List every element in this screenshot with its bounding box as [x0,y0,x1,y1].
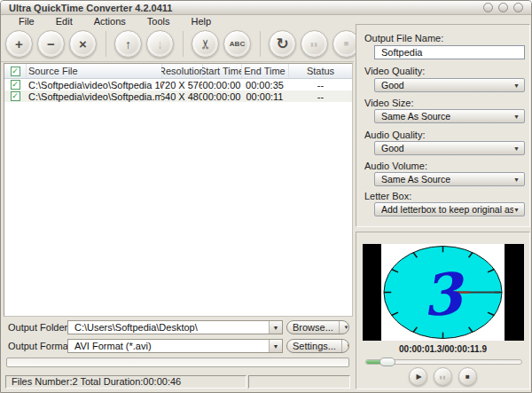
file-list-header: ✓ Source File Resolution Start Time End … [4,64,352,79]
toolbar-add-files-button[interactable]: + [5,30,33,58]
toolbar: +−×↑↓✂ABC↻▮▮■ [1,27,354,62]
minimize-button[interactable] [483,3,493,12]
dropdown-arrow-icon[interactable]: ▼ [340,325,349,330]
settings-button[interactable]: Settings... [287,341,341,351]
menu-edit[interactable]: Edit [56,16,73,27]
video-quality-value: Good [381,80,404,90]
toolbar-clear-list-button[interactable]: × [69,30,97,58]
dropdown-arrow-icon[interactable]: ▼ [342,343,349,349]
output-format-combo[interactable]: AVI Format (*.avi) ▼ [67,339,283,353]
dropdown-arrow-icon[interactable]: ▼ [269,321,282,334]
toolbar-move-down-button[interactable]: ↓ [146,30,174,58]
app-window: Ultra QuickTime Converter 4.2.0411 FileE… [0,0,532,393]
audio-volume-value: Same As Source [381,174,450,185]
toolbar-separator [106,31,106,57]
video-quality-label: Video Quality: [364,66,425,76]
file-rows: ✓C:\Softpedia\video\Softpedia 10.mov720 … [4,79,352,102]
menu-actions[interactable]: Actions [94,16,126,27]
title-bar: Ultra QuickTime Converter 4.2.0411 [1,1,531,15]
toolbar-remove-file-button[interactable]: − [37,30,65,58]
checkbox-check-icon: ✓ [11,91,20,101]
audio-quality-dropdown[interactable]: Good ▼ [374,141,525,155]
cell-end: 00:00:35 [241,79,288,90]
cell-status: -- [288,90,353,102]
cell-status: -- [288,79,353,90]
toolbar-pause-button[interactable]: ▮▮ [301,30,328,58]
toolbar-separator [260,31,261,57]
browse-split-button: Browse... ▼ [286,320,349,334]
close-icon: × [79,37,87,51]
status-bar-secondary [248,375,350,389]
dropdown-arrow-icon: ▼ [513,83,524,89]
cell-res: 720 X 576 [161,79,202,90]
output-folder-combo[interactable]: C:\Users\Softpedia\Desktop\ ▼ [67,320,283,334]
window-title: Ultra QuickTime Converter 4.2.0411 [1,3,172,13]
maximize-button[interactable] [498,3,508,12]
minus-icon: − [47,37,55,51]
abc-icon: ABC [230,41,245,48]
audio-volume-dropdown[interactable]: Same As Source ▼ [374,172,525,186]
row-checkbox[interactable]: ✓ [4,79,26,90]
column-header-resolution[interactable]: Resolution [161,64,203,78]
conversion-progress-bar [6,358,349,367]
output-format-value: AVI Format (*.avi) [68,341,269,351]
cell-src: C:\Softpedia\video\Softpedia 10.mov [28,79,161,90]
select-all-checkbox[interactable]: ✓ [4,64,27,78]
seek-thumb[interactable] [379,358,395,366]
menu-file[interactable]: File [19,16,35,27]
toolbar-move-up-button[interactable]: ↑ [114,30,142,58]
output-file-name-label: Output File Name: [364,33,443,43]
output-file-name-input[interactable] [374,45,525,59]
column-header-source-file[interactable]: Source File [28,64,162,78]
cell-res: 640 X 480 [161,90,202,102]
table-row[interactable]: ✓C:\Softpedia\video\Softpedia 10.mov720 … [4,79,352,90]
cell-src: C:\Softpedia\video\Softpedia.mov [28,90,161,102]
dropdown-arrow-icon: ▼ [513,207,524,213]
letter-box-dropdown[interactable]: Add letterbox to keep original aspect ▼ [374,202,525,216]
output-format-label: Output Format: [8,339,74,353]
close-button[interactable] [513,3,523,12]
toolbar-rename-button[interactable]: ABC [223,30,251,58]
play-button[interactable]: ▶ [409,367,427,386]
dropdown-arrow-icon[interactable]: ▼ [269,340,282,352]
preview-panel: 3 00:00:01.3/00:00:11.9 ▶ ▮▮ ■ [356,232,530,389]
menu-help[interactable]: Help [191,16,211,27]
scissors-icon: ✂ [199,38,212,50]
browse-button[interactable]: Browse... [287,322,339,333]
output-folder-value: C:\Users\Softpedia\Desktop\ [68,322,269,333]
settings-panel: Output File Name: Video Quality: Good ▼ … [356,24,530,227]
status-bar-files: Files Number:2 Total Duration:00:00:46 [5,375,246,389]
refresh-icon: ↻ [276,36,288,51]
audio-quality-label: Audio Quality: [364,130,425,140]
menu-tools[interactable]: Tools [147,16,170,27]
preview-pause-button[interactable]: ▮▮ [434,367,452,386]
audio-volume-label: Audio Volume: [364,161,427,171]
row-checkbox[interactable]: ✓ [4,90,26,102]
cell-start: 00:00:00 [202,79,241,90]
window-controls [483,3,531,12]
seek-bar[interactable] [365,359,522,365]
toolbar-convert-button[interactable]: ↻ [269,30,296,58]
video-quality-dropdown[interactable]: Good ▼ [374,78,525,92]
preview-stop-button[interactable]: ■ [458,367,477,386]
pause-icon: ▮▮ [310,42,318,47]
stop-icon: ■ [466,373,470,381]
audio-quality-value: Good [381,143,404,153]
up-arrow-icon: ↑ [125,38,131,51]
video-size-value: Same As Source [381,111,450,122]
video-size-label: Video Size: [364,98,413,108]
pause-icon: ▮▮ [440,374,447,380]
down-arrow-icon: ↓ [157,38,163,51]
dropdown-arrow-icon: ▼ [513,177,524,183]
playback-time: 00:00:01.3/00:00:11.9 [356,344,529,354]
table-row[interactable]: ✓C:\Softpedia\video\Softpedia.mov640 X 4… [4,90,352,102]
toolbar-separator [183,31,184,57]
video-frame-image: 3 [381,244,505,341]
output-folder-label: Output Folder: [8,320,70,334]
column-header-start-time[interactable]: Start Time [202,64,242,78]
stop-icon: ■ [344,40,348,48]
video-size-dropdown[interactable]: Same As Source ▼ [374,109,525,123]
column-header-status[interactable]: Status [288,64,353,78]
toolbar-trim-button[interactable]: ✂ [192,30,219,58]
column-header-end-time[interactable]: End Time [241,64,289,78]
